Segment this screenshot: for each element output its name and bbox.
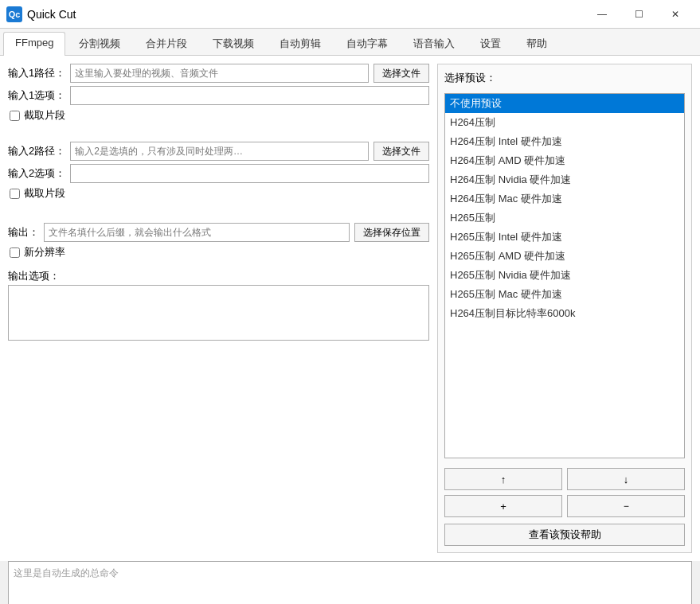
resolution-checkbox[interactable] [10, 247, 20, 258]
preset-remove-button[interactable]: － [567, 495, 685, 517]
tab-voice[interactable]: 语音输入 [401, 32, 467, 55]
preset-help-button[interactable]: 查看该预设帮助 [444, 524, 685, 546]
preset-item[interactable]: H264压制 Nvidia 硬件加速 [445, 170, 684, 189]
main-content: 输入1路径： 选择文件 输入1选项： 截取片段 输入2路径： 选择文件 输入 [0, 56, 700, 561]
input2-clip-row: 截取片段 [8, 186, 429, 201]
input2-clip-checkbox[interactable] [10, 189, 20, 199]
resolution-label[interactable]: 新分辨率 [24, 245, 65, 259]
tab-help[interactable]: 帮助 [514, 32, 559, 55]
output-path-field[interactable] [44, 223, 350, 242]
input1-path-label: 输入1路径： [8, 66, 65, 80]
input2-options-row: 输入2选项： [8, 164, 429, 183]
input2-path-field[interactable] [70, 142, 369, 161]
output-label: 输出： [8, 225, 39, 240]
preset-item[interactable]: H264压制 [445, 113, 684, 132]
preset-down-button[interactable]: ↓ [567, 468, 685, 490]
input1-options-field[interactable] [70, 86, 429, 105]
preset-up-button[interactable]: ↑ [444, 468, 562, 490]
input1-path-field[interactable] [70, 64, 369, 83]
input1-clip-label[interactable]: 截取片段 [24, 108, 65, 123]
preset-item[interactable]: H264压制 Mac 硬件加速 [445, 189, 684, 208]
input2-path-label: 输入2路径： [8, 144, 65, 158]
tab-subtitle[interactable]: 自动字幕 [334, 32, 400, 55]
app-icon: Qc [6, 6, 22, 22]
output-path-row: 输出： 选择保存位置 [8, 223, 429, 242]
tab-merge[interactable]: 合并片段 [134, 32, 199, 55]
right-panel: 选择预设： 不使用预设H264压制H264压制 Intel 硬件加速H264压制… [437, 64, 692, 553]
title-bar: Qc Quick Cut — ☐ ✕ [0, 0, 700, 29]
tab-ffmpeg[interactable]: FFmpeg [3, 32, 65, 56]
resolution-row: 新分辨率 [8, 245, 429, 259]
preset-item[interactable]: H264压制 AMD 硬件加速 [445, 151, 684, 170]
output-select-button[interactable]: 选择保存位置 [354, 223, 429, 242]
input2-options-label: 输入2选项： [8, 166, 65, 181]
tab-bar: FFmpeg 分割视频 合并片段 下载视频 自动剪辑 自动字幕 语音输入 设置 … [0, 29, 700, 56]
tab-auto-cut[interactable]: 自动剪辑 [268, 32, 333, 55]
preset-add-button[interactable]: + [444, 495, 562, 517]
input1-options-row: 输入1选项： [8, 86, 429, 105]
preset-item[interactable]: H264压制 Intel 硬件加速 [445, 132, 684, 151]
title-bar-left: Qc Quick Cut [6, 6, 76, 22]
command-area: 这里是自动生成的总命令 [8, 561, 692, 604]
output-group: 输出： 选择保存位置 新分辨率 [8, 223, 429, 259]
input2-options-field[interactable] [70, 164, 429, 183]
preset-item[interactable]: H265压制 Intel 硬件加速 [445, 228, 684, 247]
output-options-group: 输出选项： [8, 269, 429, 343]
output-options-textarea[interactable] [8, 285, 429, 341]
input2-group: 输入2路径： 选择文件 输入2选项： 截取片段 [8, 142, 429, 201]
preset-item[interactable]: H265压制 [445, 208, 684, 228]
input1-clip-row: 截取片段 [8, 108, 429, 123]
input1-group: 输入1路径： 选择文件 输入1选项： 截取片段 [8, 64, 429, 123]
preset-buttons: ↑ ↓ + － [444, 468, 685, 517]
left-panel: 输入1路径： 选择文件 输入1选项： 截取片段 输入2路径： 选择文件 输入 [8, 64, 429, 553]
preset-label: 选择预设： [444, 71, 685, 85]
preset-item[interactable]: 不使用预设 [445, 94, 684, 113]
preset-item[interactable]: H265压制 AMD 硬件加速 [445, 247, 684, 266]
input2-path-row: 输入2路径： 选择文件 [8, 142, 429, 161]
input1-clip-checkbox[interactable] [10, 111, 20, 121]
input2-select-button[interactable]: 选择文件 [373, 142, 429, 161]
maximize-button[interactable]: ☐ [620, 2, 657, 26]
input1-options-label: 输入1选项： [8, 88, 65, 103]
divider1 [8, 129, 429, 135]
tab-split[interactable]: 分割视频 [67, 32, 132, 55]
preset-item[interactable]: H264压制目标比特率6000k [445, 304, 684, 323]
tab-download[interactable]: 下载视频 [201, 32, 266, 55]
input2-clip-label[interactable]: 截取片段 [24, 186, 65, 201]
title-controls: — ☐ ✕ [584, 2, 694, 26]
app-title: Quick Cut [27, 8, 76, 21]
preset-item[interactable]: H265压制 Nvidia 硬件加速 [445, 266, 684, 285]
input1-path-row: 输入1路径： 选择文件 [8, 64, 429, 83]
preset-list[interactable]: 不使用预设H264压制H264压制 Intel 硬件加速H264压制 AMD 硬… [444, 93, 685, 458]
divider2 [8, 207, 429, 213]
tab-settings[interactable]: 设置 [468, 32, 513, 55]
input1-select-button[interactable]: 选择文件 [373, 64, 429, 83]
minimize-button[interactable]: — [584, 2, 620, 26]
preset-item[interactable]: H265压制 Mac 硬件加速 [445, 285, 684, 304]
command-placeholder: 这里是自动生成的总命令 [14, 567, 119, 579]
output-options-label: 输出选项： [8, 269, 429, 283]
close-button[interactable]: ✕ [657, 2, 694, 26]
